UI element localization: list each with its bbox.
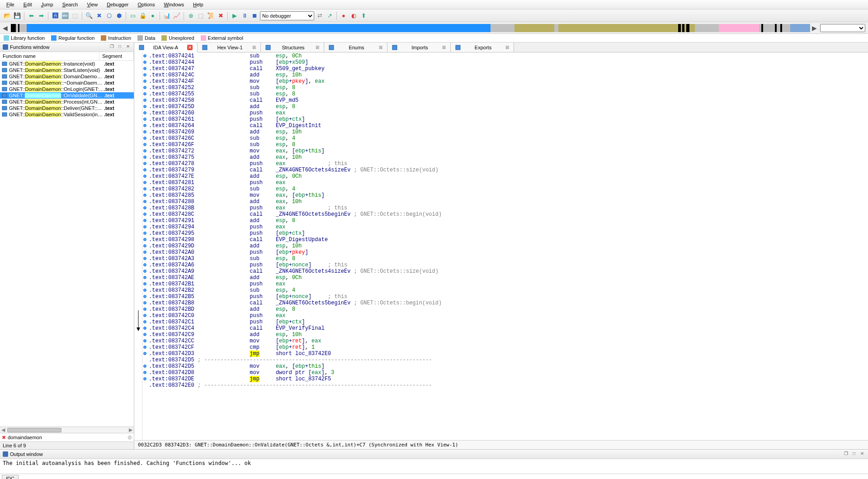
run-icon[interactable]: ▶ <box>230 11 239 20</box>
col-function-name[interactable]: Function name <box>0 52 99 60</box>
back-icon[interactable]: ⬅ <box>27 11 36 20</box>
idc-button[interactable]: IDC <box>2 475 19 479</box>
tool-icon[interactable]: 📊 <box>162 11 171 20</box>
filter-input[interactable] <box>8 435 127 440</box>
tab-close-icon[interactable]: ⊠ <box>252 45 256 50</box>
tool-icon[interactable]: ● <box>148 11 157 20</box>
graph-icon[interactable]: ⬢ <box>114 11 123 20</box>
tab-ida-view-a[interactable]: IDA View-A✕ <box>134 43 198 52</box>
disasm-view[interactable]: .text:08374241 sub esp, 0Ch.text:0837424… <box>142 52 868 440</box>
tab-enums[interactable]: Enums⊠ <box>324 43 387 52</box>
svg-rect-4 <box>2 87 7 91</box>
svg-rect-10 <box>203 45 207 50</box>
function-row[interactable]: GNET::DomainDaemon::OnValidate(GNET::Oct… <box>0 92 134 99</box>
open-icon[interactable]: 📂 <box>3 11 12 20</box>
maximize-icon[interactable]: □ <box>851 451 857 457</box>
close-icon[interactable]: ✕ <box>859 451 865 457</box>
svg-rect-6 <box>2 100 7 104</box>
main-toolbar: 📂 💾 ⬅ ➡ 🅰 🔤 ⬚ 🔍 ✖ ⬡ ⬢ ▭ 🔒 ● 📊 📈 ⊕ ⬚ 📜 ✖ … <box>0 9 868 22</box>
restore-icon[interactable]: ❐ <box>108 44 115 50</box>
function-row[interactable]: GNET::DomainDaemon::Instance(void).text <box>0 61 134 67</box>
tab-structures[interactable]: Structures⊠ <box>261 43 324 52</box>
close-icon[interactable]: ✕ <box>125 44 131 50</box>
close-icon[interactable]: ✖ <box>216 11 225 20</box>
output-body[interactable]: The initial autoanalysis has been finish… <box>0 459 868 474</box>
xref-icon[interactable]: ✖ <box>94 11 104 20</box>
clear-filter-icon[interactable]: ⊘ <box>127 434 132 441</box>
filter-icon: ✖ <box>2 435 6 441</box>
function-row[interactable]: GNET::DomainDaemon::Process(int,GNET::Do… <box>0 99 134 105</box>
tab-close-icon[interactable]: ⊠ <box>379 45 382 50</box>
svg-rect-7 <box>2 106 7 110</box>
maximize-icon[interactable]: □ <box>117 44 123 50</box>
debugger-combo[interactable]: No debugger <box>260 11 314 20</box>
bp-icon[interactable]: ● <box>339 11 348 20</box>
stop-icon[interactable]: ⏹ <box>250 11 259 20</box>
menu-bar: FileEditJumpSearchViewDebuggerOptionsWin… <box>0 0 868 9</box>
svg-rect-11 <box>266 45 270 50</box>
output-title-bar: Output window ❐ □ ✕ <box>0 450 868 459</box>
tool-icon[interactable]: ↗ <box>325 11 334 20</box>
tool-icon[interactable]: ⬆ <box>359 11 368 20</box>
tab-close-icon[interactable]: ⊠ <box>442 45 446 50</box>
tab-bar: IDA View-A✕Hex View-1⊠Structures⊠Enums⊠I… <box>134 43 868 52</box>
menu-search[interactable]: Search <box>59 1 82 8</box>
tab-imports[interactable]: Imports⊠ <box>387 43 451 52</box>
functions-list[interactable]: GNET::DomainDaemon::Instance(void).textG… <box>0 61 134 427</box>
nav-left-icon[interactable]: ◀ <box>3 24 9 32</box>
bp-icon[interactable]: ◐ <box>349 11 358 20</box>
filter-box: ✖ ⊘ <box>0 433 134 441</box>
function-row[interactable]: GNET::DomainDaemon::DomainDaemon(void).t… <box>0 73 134 80</box>
svg-marker-16 <box>137 327 140 331</box>
function-row[interactable]: GNET::DomainDaemon::Deliver(GNET::Domain… <box>0 105 134 111</box>
menu-edit[interactable]: Edit <box>20 1 36 8</box>
tool-icon[interactable]: 🔒 <box>138 11 147 20</box>
nav-bar: ◀ ▶ <box>0 22 868 34</box>
tool-icon[interactable]: ⊕ <box>186 11 195 20</box>
svg-rect-3 <box>2 81 7 85</box>
nav-zoom-combo[interactable] <box>820 24 865 32</box>
menu-view[interactable]: View <box>84 1 102 8</box>
arrow-gutter <box>134 52 142 440</box>
tab-exports[interactable]: Exports⊠ <box>451 43 514 52</box>
legend-item: External symbol <box>201 35 243 41</box>
script-icon[interactable]: 📜 <box>206 11 215 20</box>
menu-help[interactable]: Help <box>189 1 207 8</box>
tab-hex-view-1[interactable]: Hex View-1⊠ <box>198 43 261 52</box>
menu-windows[interactable]: Windows <box>160 1 188 8</box>
menu-jump[interactable]: Jump <box>38 1 57 8</box>
search-icon[interactable]: 🔍 <box>85 11 94 20</box>
tab-close-icon[interactable]: ✕ <box>187 45 193 50</box>
line-status: Line 6 of 9 <box>0 441 134 449</box>
pause-icon[interactable]: ⏸ <box>240 11 249 20</box>
h-scrollbar[interactable]: ◀ ▶ <box>0 427 134 433</box>
legend-item: Data <box>137 35 155 41</box>
tool-icon[interactable]: ⬚ <box>71 11 80 20</box>
save-icon[interactable]: 💾 <box>13 11 22 20</box>
function-row[interactable]: GNET::DomainDaemon::ValidSession(int,int… <box>0 111 134 118</box>
graph-icon[interactable]: ⬡ <box>104 11 113 20</box>
tool-icon[interactable]: ⬚ <box>196 11 205 20</box>
tab-close-icon[interactable]: ⊠ <box>505 45 509 50</box>
nav-strip[interactable] <box>11 24 810 32</box>
svg-rect-1 <box>2 68 7 72</box>
tool-icon[interactable]: ▭ <box>128 11 137 20</box>
tool-icon[interactable]: 📈 <box>172 11 181 20</box>
output-panel: Output window ❐ □ ✕ The initial autoanal… <box>0 449 868 479</box>
menu-debugger[interactable]: Debugger <box>103 1 132 8</box>
function-row[interactable]: GNET::DomainDaemon::OnLogin(GNET::Octets… <box>0 86 134 92</box>
menu-options[interactable]: Options <box>134 1 158 8</box>
panel-icon <box>3 44 8 50</box>
col-segment[interactable]: Segment <box>99 52 134 60</box>
svg-rect-14 <box>456 45 460 50</box>
restore-icon[interactable]: ❐ <box>843 451 849 457</box>
tool-icon[interactable]: 🔤 <box>61 11 70 20</box>
menu-file[interactable]: File <box>3 1 18 8</box>
tool-icon[interactable]: 🅰 <box>51 11 60 20</box>
function-row[interactable]: GNET::DomainDaemon::~DomainDaemon().text <box>0 80 134 86</box>
fwd-icon[interactable]: ➡ <box>37 11 46 20</box>
function-row[interactable]: GNET::DomainDaemon::StartListen(void).te… <box>0 67 134 73</box>
tab-close-icon[interactable]: ⊠ <box>316 45 319 50</box>
tool-icon[interactable]: ⇄ <box>315 11 324 20</box>
nav-right-icon[interactable]: ▶ <box>812 24 818 32</box>
